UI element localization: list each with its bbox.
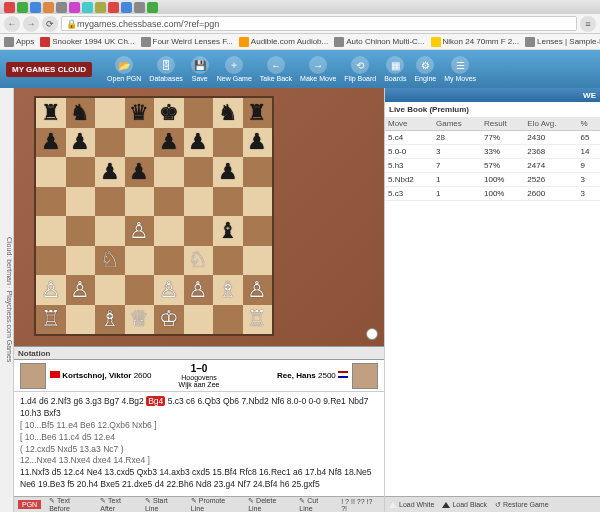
square-f1[interactable] (184, 305, 214, 335)
square-a2[interactable]: ♙ (36, 275, 66, 305)
bookmark[interactable]: Four Weird Lenses F... (141, 37, 233, 47)
square-h3[interactable] (243, 246, 273, 276)
square-c1[interactable]: ♗ (95, 305, 125, 335)
square-d7[interactable] (125, 128, 155, 158)
livebook-row[interactable]: 5.h3757%24749 (385, 159, 600, 173)
square-h2[interactable]: ♙ (243, 275, 273, 305)
square-g8[interactable]: ♞ (213, 98, 243, 128)
square-h7[interactable]: ♟ (243, 128, 273, 158)
square-e6[interactable] (154, 157, 184, 187)
address-bar[interactable]: 🔒 mygames.chessbase.com/?ref=pgn (61, 16, 577, 31)
square-f2[interactable]: ♙ (184, 275, 214, 305)
column-header[interactable]: % (577, 117, 600, 131)
square-c5[interactable] (95, 187, 125, 217)
square-d8[interactable]: ♛ (125, 98, 155, 128)
move-list[interactable]: 1.d4 d6 2.Nf3 g6 3.g3 Bg7 4.Bg2 Bg4 5.c3… (14, 392, 384, 496)
left-sidebar[interactable]: Cloud: bertman · Playchess.com Games (0, 88, 14, 512)
square-d1[interactable]: ♕ (125, 305, 155, 335)
square-b7[interactable]: ♟ (66, 128, 96, 158)
pgn-tab[interactable]: PGN (18, 500, 41, 509)
square-b3[interactable] (66, 246, 96, 276)
column-header[interactable]: Move (385, 117, 433, 131)
forward-button[interactable]: → (23, 16, 39, 32)
column-header[interactable]: Result (481, 117, 524, 131)
square-h6[interactable] (243, 157, 273, 187)
bookmark[interactable]: Lenses | Sample-Ima... (525, 37, 600, 47)
livebook-row[interactable]: 5.c42877%243065 (385, 131, 600, 145)
square-f6[interactable] (184, 157, 214, 187)
square-g7[interactable] (213, 128, 243, 158)
chessboard[interactable]: ♜♞♛♚♞♜♟♟♟♟♟♟♟♟♙♝♘♘♙♙♙♙♗♙♖♗♕♔♖ (34, 96, 274, 336)
square-d4[interactable]: ♙ (125, 216, 155, 246)
bookmark[interactable]: Snooker 1994 UK Ch... (40, 37, 134, 47)
square-f8[interactable] (184, 98, 214, 128)
toolbar-flip-board[interactable]: ⟲Flip Board (341, 56, 379, 82)
square-c8[interactable] (95, 98, 125, 128)
toolbar-make-move[interactable]: →Make Move (297, 56, 339, 82)
annotation-symbols[interactable]: ! ? !! ?? !? ?! (341, 498, 380, 512)
square-c7[interactable] (95, 128, 125, 158)
livebook-row[interactable]: 5.Nbd21100%25263 (385, 173, 600, 187)
square-e5[interactable] (154, 187, 184, 217)
bookmark[interactable]: Auto Chinon Multi-C... (334, 37, 424, 47)
load-white-button[interactable]: Load White (389, 501, 434, 508)
square-g4[interactable]: ♝ (213, 216, 243, 246)
column-header[interactable]: Elo Avg. (524, 117, 577, 131)
square-e1[interactable]: ♔ (154, 305, 184, 335)
square-e2[interactable]: ♙ (154, 275, 184, 305)
square-g5[interactable] (213, 187, 243, 217)
square-f3[interactable]: ♘ (184, 246, 214, 276)
square-h1[interactable]: ♖ (243, 305, 273, 335)
square-d3[interactable] (125, 246, 155, 276)
square-f7[interactable]: ♟ (184, 128, 214, 158)
reload-button[interactable]: ⟳ (42, 16, 58, 32)
tool-text-after[interactable]: ✎ Text After (100, 497, 137, 512)
livebook-row[interactable]: 5.0-0333%236814 (385, 145, 600, 159)
square-e7[interactable]: ♟ (154, 128, 184, 158)
square-c2[interactable] (95, 275, 125, 305)
square-g1[interactable] (213, 305, 243, 335)
square-b8[interactable]: ♞ (66, 98, 96, 128)
square-e4[interactable] (154, 216, 184, 246)
square-a4[interactable] (36, 216, 66, 246)
square-g2[interactable]: ♗ (213, 275, 243, 305)
toolbar-my-moves[interactable]: ☰My Moves (441, 56, 479, 82)
tool-start-line[interactable]: ✎ Start Line (145, 497, 183, 512)
square-a7[interactable]: ♟ (36, 128, 66, 158)
load-black-button[interactable]: Load Black (442, 501, 487, 508)
square-a1[interactable]: ♖ (36, 305, 66, 335)
square-b4[interactable] (66, 216, 96, 246)
square-c3[interactable]: ♘ (95, 246, 125, 276)
square-a5[interactable] (36, 187, 66, 217)
square-b1[interactable] (66, 305, 96, 335)
square-e8[interactable]: ♚ (154, 98, 184, 128)
square-b5[interactable] (66, 187, 96, 217)
square-h8[interactable]: ♜ (243, 98, 273, 128)
menu-button[interactable]: ≡ (580, 16, 596, 32)
restore-game-button[interactable]: ↺ Restore Game (495, 501, 549, 509)
square-d5[interactable] (125, 187, 155, 217)
square-d6[interactable]: ♟ (125, 157, 155, 187)
square-c4[interactable] (95, 216, 125, 246)
toolbar-databases[interactable]: 🗄Databases (146, 56, 185, 82)
tool-promote-line[interactable]: ✎ Promote Line (191, 497, 240, 512)
square-a8[interactable]: ♜ (36, 98, 66, 128)
column-header[interactable]: Games (433, 117, 481, 131)
tool-text-before[interactable]: ✎ Text Before (49, 497, 92, 512)
tool-delete-line[interactable]: ✎ Delete Line (248, 497, 291, 512)
square-f4[interactable] (184, 216, 214, 246)
square-e3[interactable] (154, 246, 184, 276)
toolbar-take-back[interactable]: ←Take Back (257, 56, 295, 82)
square-b6[interactable] (66, 157, 96, 187)
livebook-row[interactable]: 5.c31100%26003 (385, 187, 600, 201)
square-a6[interactable] (36, 157, 66, 187)
square-b2[interactable]: ♙ (66, 275, 96, 305)
square-f5[interactable] (184, 187, 214, 217)
toolbar-engine[interactable]: ⚙Engine (411, 56, 439, 82)
toolbar-boards[interactable]: ▦Boards (381, 56, 409, 82)
toolbar-open-pgn[interactable]: 📂Open PGN (104, 56, 144, 82)
bookmark[interactable]: Apps (4, 37, 34, 47)
square-d2[interactable] (125, 275, 155, 305)
tool-cut-line[interactable]: ✎ Cut Line (299, 497, 333, 512)
square-a3[interactable] (36, 246, 66, 276)
